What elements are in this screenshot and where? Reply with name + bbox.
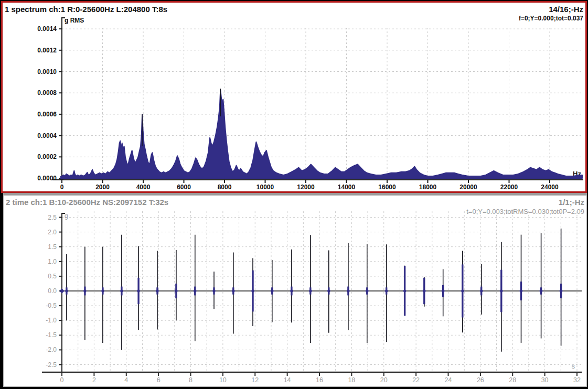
svg-text:8: 8 [189, 376, 193, 384]
svg-text:g RMS: g RMS [65, 17, 84, 24]
svg-text:0.5: 0.5 [48, 273, 57, 280]
svg-text:0.0006: 0.0006 [37, 111, 57, 118]
svg-text:4: 4 [124, 376, 128, 384]
svg-text:0.0010: 0.0010 [37, 68, 57, 75]
svg-text:0.0014: 0.0014 [37, 25, 57, 33]
svg-text:16: 16 [316, 376, 323, 384]
svg-text:4000: 4000 [136, 183, 151, 191]
svg-text:0.0012: 0.0012 [37, 47, 57, 54]
time-panel[interactable]: 2 time ch:1 B:10-25600Hz NS:2097152 T:32… [3, 195, 587, 387]
svg-text:2.5: 2.5 [48, 214, 57, 221]
svg-text:-2.0: -2.0 [46, 346, 57, 353]
svg-text:26: 26 [477, 376, 484, 384]
svg-text:12: 12 [251, 376, 259, 384]
analyzer-window: { "panels": { "spectrum": { "title": "1 … [0, 0, 588, 389]
svg-text:14000: 14000 [338, 183, 356, 191]
svg-text:24: 24 [445, 376, 452, 384]
svg-text:30: 30 [541, 376, 549, 384]
svg-text:2000: 2000 [95, 183, 110, 191]
svg-text:16000: 16000 [378, 183, 396, 191]
svg-text:s: s [572, 363, 575, 370]
svg-text:1.0: 1.0 [48, 258, 57, 265]
svg-text:6: 6 [157, 376, 161, 384]
svg-text:24000: 24000 [541, 183, 559, 191]
svg-text:0.0008: 0.0008 [37, 89, 57, 96]
svg-text:14: 14 [284, 376, 291, 384]
svg-text:0: 0 [60, 376, 64, 384]
svg-text:22: 22 [412, 376, 420, 384]
svg-text:2: 2 [92, 376, 96, 384]
svg-text:6000: 6000 [177, 183, 191, 191]
svg-text:g: g [65, 212, 68, 220]
svg-text:2.0: 2.0 [48, 229, 57, 236]
spectrum-panel[interactable]: 1 spectrum ch:1 R:0-25600Hz L:204800 T:8… [1, 1, 587, 193]
svg-text:10: 10 [219, 376, 227, 384]
svg-text:20: 20 [380, 376, 388, 384]
svg-text:0.0004: 0.0004 [37, 132, 57, 139]
svg-text:0.0: 0.0 [48, 287, 57, 295]
spectrum-plot[interactable]: 0.00140.00120.00100.00080.00060.00040.00… [3, 3, 585, 191]
svg-text:28: 28 [509, 376, 516, 384]
svg-text:18000: 18000 [419, 183, 437, 191]
svg-text:-0.5: -0.5 [46, 302, 57, 309]
svg-text:8000: 8000 [218, 183, 232, 191]
svg-text:-1.5: -1.5 [46, 331, 57, 339]
svg-text:32: 32 [573, 376, 581, 384]
svg-text:10000: 10000 [256, 183, 274, 191]
time-plot[interactable]: 2.52.01.51.00.50.0-0.5-1.0-1.5-2.0-2.502… [4, 196, 586, 386]
svg-text:18: 18 [348, 376, 355, 384]
svg-text:-2.5: -2.5 [46, 361, 57, 369]
svg-text:0.0002: 0.0002 [37, 153, 57, 160]
svg-text:0.0000: 0.0000 [37, 175, 57, 182]
svg-text:22000: 22000 [500, 183, 518, 191]
svg-text:1.5: 1.5 [48, 243, 57, 251]
svg-text:20000: 20000 [459, 183, 477, 191]
svg-text:-1.0: -1.0 [46, 317, 57, 324]
svg-text:0: 0 [60, 183, 64, 191]
svg-text:12000: 12000 [297, 183, 315, 191]
